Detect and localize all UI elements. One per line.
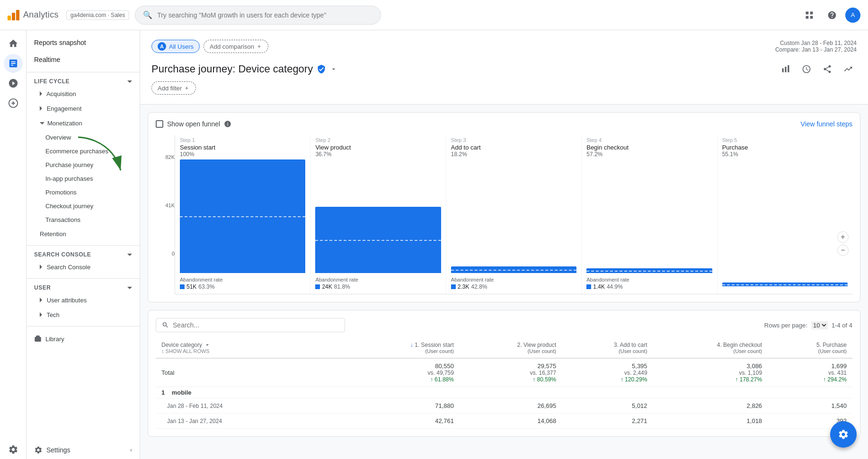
step1-bar <box>180 159 305 273</box>
sidebar-user-attributes[interactable]: User attributes <box>27 293 136 308</box>
sidebar-overview[interactable]: Overview <box>27 131 136 144</box>
step2-pct: 36.7% <box>311 151 444 159</box>
total-begin-checkout: 3,086 vs. 1,109 ↑ 178.27% <box>653 358 768 387</box>
rows-per-page-select[interactable]: 10 25 50 <box>811 321 828 329</box>
app-title: Analytics <box>23 10 59 20</box>
trending-button[interactable] <box>840 61 857 78</box>
explore-icon-item[interactable] <box>4 74 23 93</box>
sidebar-acquisition[interactable]: Acquisition <box>27 87 136 101</box>
th-purchase[interactable]: 5. Purchase (User count) <box>768 338 852 358</box>
main-layout: Reports snapshot Realtime Life Cycle Acq… <box>0 30 868 459</box>
row1-d2-cart: 2,271 <box>562 414 653 429</box>
search-input[interactable] <box>157 11 373 19</box>
step4-dashed-line <box>586 271 712 272</box>
sidebar-transactions[interactable]: Transactions <box>27 213 136 227</box>
show-open-funnel-checkbox[interactable] <box>156 120 163 128</box>
th-device[interactable]: Device category ↕ SHOW ALL ROWS <box>156 338 348 358</box>
help-button[interactable] <box>823 6 841 25</box>
sidebar-monetization[interactable]: Monetization <box>27 116 136 131</box>
sidebar-promotions[interactable]: Promotions <box>27 185 136 199</box>
add-comparison-btn[interactable]: Add comparison ＋ <box>204 40 268 53</box>
search-console-expand-icon <box>40 265 42 269</box>
step4-abandonment: Abandonment rate 1.4K 44.9% <box>583 277 716 294</box>
step4-name: Begin checkout <box>583 144 716 151</box>
step2-bar-area <box>311 159 444 273</box>
show-all-rows-btn[interactable]: ↕ SHOW ALL ROWS <box>161 348 342 354</box>
funnel-step-4: Step 4 Begin checkout 57.2% Abandonment … <box>582 135 717 294</box>
funnel-section: Show open funnel View funnel steps 82K 4… <box>148 112 860 302</box>
sidebar-reports-snapshot[interactable]: Reports snapshot <box>27 34 136 51</box>
sidebar-retention[interactable]: Retention <box>27 227 136 241</box>
fab-button[interactable] <box>830 421 857 448</box>
table-search-icon <box>162 321 169 329</box>
row1-d1-cart: 5,012 <box>562 398 653 414</box>
search-bar[interactable]: 🔍 <box>135 6 381 25</box>
sidebar-ecommerce[interactable]: Ecommerce purchases <box>27 144 136 158</box>
info-icon <box>224 120 231 128</box>
th-add-to-cart[interactable]: 3. Add to cart (User count) <box>562 338 653 358</box>
sidebar-settings[interactable]: Settings ‹ <box>27 441 140 459</box>
table-search-box[interactable] <box>156 318 345 332</box>
zoom-out-button[interactable]: − <box>837 245 849 256</box>
th-view-product[interactable]: 2. View product (User count) <box>460 338 562 358</box>
sidebar-search-console[interactable]: Search Console <box>27 260 136 274</box>
step3-bar <box>451 266 576 273</box>
total-purchase: 1,699 vs. 431 ↑ 294.2% <box>768 358 852 387</box>
sidebar-engagement[interactable]: Engagement <box>27 101 136 116</box>
step3-abandonment: Abandonment rate 2.3K 42.8% <box>447 277 580 294</box>
step2-dashed-line <box>315 240 441 241</box>
y-label-82k: 82K <box>156 154 175 160</box>
filter-bar: Add filter ＋ <box>151 81 857 98</box>
sidebar-checkout[interactable]: Checkout journey <box>27 199 136 213</box>
account-chip[interactable]: ga4denia.com · Sales <box>66 10 129 20</box>
funnel-step-2: Step 2 View product 36.7% Abandonment ra… <box>310 135 446 294</box>
reports-icon-item[interactable] <box>4 54 23 73</box>
step5-dashed-line <box>722 284 848 285</box>
settings-icon <box>34 446 43 454</box>
text-sidebar: Reports snapshot Realtime Life Cycle Acq… <box>27 30 140 459</box>
step4-bar-area <box>583 159 716 273</box>
funnel-steps-area: Step 1 Session start 100% Abandonment ra… <box>175 135 852 294</box>
all-users-chip[interactable]: A All Users <box>151 40 200 53</box>
svg-rect-2 <box>806 16 809 18</box>
settings-icon-item[interactable] <box>4 440 23 459</box>
lifecycle-section-header[interactable]: Life Cycle <box>27 76 140 87</box>
step1-abandonment-label: Abandonment rate <box>180 277 305 282</box>
table-search-input[interactable] <box>173 321 339 329</box>
rows-per-page: Rows per page: 10 25 50 1-4 of 4 <box>764 321 852 329</box>
apps-button[interactable] <box>800 6 819 25</box>
view-funnel-steps-link[interactable]: View funnel steps <box>801 120 852 128</box>
step3-pct: 18.2% <box>447 151 580 159</box>
table-section: Rows per page: 10 25 50 1-4 of 4 Device … <box>148 310 860 437</box>
chart-compare-button[interactable] <box>777 61 794 78</box>
y-label-0: 0 <box>156 251 175 256</box>
share-button[interactable] <box>819 61 836 78</box>
th-begin-checkout[interactable]: 4. Begin checkout (User count) <box>653 338 768 358</box>
step5-pct: 55.1% <box>718 151 851 159</box>
search-console-section-header[interactable]: Search Console <box>27 249 140 260</box>
chip-a-label: A <box>158 42 166 51</box>
ads-icon-item[interactable] <box>4 94 23 113</box>
user-chevron-icon <box>127 287 132 289</box>
sidebar-realtime[interactable]: Realtime <box>27 51 136 68</box>
clock-button[interactable] <box>798 61 815 78</box>
row1-d2-view: 14,068 <box>460 414 562 429</box>
add-filter-button[interactable]: Add filter ＋ <box>151 81 196 95</box>
step2-label: Step 2 <box>311 135 444 144</box>
avatar[interactable]: A <box>845 8 860 23</box>
zoom-in-button[interactable]: + <box>837 231 849 243</box>
collapse-icon[interactable]: ‹ <box>130 447 132 453</box>
device-dropdown-icon[interactable] <box>204 342 211 348</box>
funnel-header: Show open funnel View funnel steps <box>156 120 852 128</box>
nav-icons: A <box>800 6 860 25</box>
sidebar-tech[interactable]: Tech <box>27 308 136 322</box>
dropdown-chevron-icon[interactable] <box>330 65 337 73</box>
th-session-start[interactable]: ↓ 1. Session start (User count) <box>348 338 460 358</box>
sidebar-purchase-journey[interactable]: Purchase journey <box>27 158 136 172</box>
step5-abandonment <box>718 290 851 294</box>
sidebar-library[interactable]: Library <box>27 330 140 347</box>
sidebar-in-app[interactable]: In-app purchases <box>27 172 136 185</box>
search-console-chevron-icon <box>127 254 132 256</box>
home-icon-item[interactable] <box>4 34 23 53</box>
user-section-header[interactable]: User <box>27 282 140 293</box>
